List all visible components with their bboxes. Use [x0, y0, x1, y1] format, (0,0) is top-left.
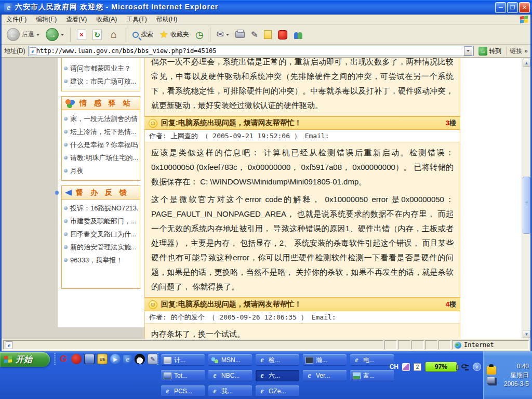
antivirus-icon[interactable]: [71, 354, 82, 364]
sidebar-link[interactable]: 市建委及职能部门，...: [64, 215, 138, 228]
taskbar-button[interactable]: 计...: [161, 354, 205, 366]
links-chevron-icon[interactable]: »: [524, 47, 528, 55]
qq-penguin-icon[interactable]: [135, 354, 145, 364]
sidebar-link[interactable]: 请教:明珠广场住宅的...: [64, 151, 138, 164]
sidebar-link[interactable]: 建议：市民广场可放...: [64, 75, 138, 88]
post-text: 内存条坏了，换一个试试。: [151, 327, 454, 339]
post-body-4: 内存条坏了，换一个试试。: [144, 324, 460, 339]
media-player-icon[interactable]: ▶: [110, 354, 121, 364]
menu-favorites[interactable]: 收藏(A): [91, 14, 122, 25]
mail-dropdown-icon[interactable]: [226, 34, 229, 36]
refresh-button[interactable]: ↻: [90, 29, 104, 41]
sidebar-link[interactable]: 新的治安管理法实施...: [64, 241, 138, 254]
home-button[interactable]: ⌂: [106, 28, 122, 42]
menu-tools[interactable]: 工具(T): [122, 14, 151, 25]
sidebar-link[interactable]: 什么是幸福？你幸福吗？: [64, 138, 138, 151]
taskbar-button[interactable]: ePCS...: [161, 385, 205, 397]
floor-badge: 4楼: [446, 300, 456, 309]
search-button[interactable]: 搜索: [130, 29, 155, 40]
qq-toolbar-button[interactable]: [276, 29, 289, 41]
sidebar-link[interactable]: 月夜: [64, 164, 138, 177]
taskbar-button-active[interactable]: e六...: [256, 370, 299, 381]
print-button[interactable]: [233, 30, 247, 39]
battery-indicator[interactable]: 97%: [425, 362, 457, 372]
menu-edit[interactable]: 编辑(E): [31, 14, 61, 25]
post-body-2: 偶尔一次不必理会，系统出错是正常的，重新启动即可，出现次数多了，两种情况比较常见…: [144, 58, 460, 116]
taskbar-button[interactable]: e电...: [350, 354, 394, 366]
forward-icon: →: [46, 28, 59, 41]
address-input[interactable]: [36, 47, 464, 55]
forward-dropdown-icon[interactable]: [61, 34, 64, 36]
bullet-icon: [64, 66, 68, 70]
maximize-button[interactable]: ❐: [507, 2, 518, 13]
flashget-icon[interactable]: G: [58, 354, 69, 364]
language-indicator[interactable]: CH: [390, 363, 398, 370]
scroll-thumb[interactable]: [523, 177, 530, 234]
page-icon: e: [30, 47, 36, 55]
taskbar-button[interactable]: 蓝...: [350, 370, 394, 381]
taskbar-button[interactable]: eNBC...: [208, 370, 252, 381]
menu-view[interactable]: 查看(V): [61, 14, 91, 25]
tray-doc-icon[interactable]: 2: [414, 363, 421, 371]
history-button[interactable]: ◷: [193, 28, 206, 42]
taskbar-button[interactable]: Tot...: [161, 370, 205, 381]
computer-icon: [164, 357, 171, 364]
qq-tray-icon[interactable]: [487, 366, 496, 375]
status-pane: [384, 340, 397, 350]
sidebar-link[interactable]: 四季春交叉路口为什...: [64, 228, 138, 241]
tray-collapse-chevron[interactable]: ‹: [473, 363, 481, 371]
ie-icon: e: [258, 388, 266, 395]
network-tray-icon[interactable]: [487, 377, 495, 384]
page-left-margin: [2, 58, 58, 339]
taskbar-button[interactable]: e我...: [208, 385, 252, 397]
sidebar-link-label: 市建委及职能部门，...: [70, 215, 137, 228]
internet-explorer-icon[interactable]: e: [123, 355, 132, 364]
total-commander-icon[interactable]: [84, 354, 95, 364]
vertical-scrollbar[interactable]: ▲ ▼: [522, 58, 530, 339]
sidebar-link[interactable]: 投诉：16路皖NO7213...: [64, 202, 138, 215]
sidebar-link[interactable]: 96333，我举报！: [64, 254, 138, 267]
links-label: 链接: [510, 47, 522, 56]
ie-icon: e: [164, 388, 171, 395]
sidebar-link-label: 家，一段无法割舍的情感: [70, 112, 138, 125]
address-dropdown-button[interactable]: [464, 46, 472, 56]
sidebar-link[interactable]: 家，一段无法割舍的情感: [64, 112, 138, 125]
show-desktop-icon[interactable]: ✎: [148, 354, 158, 364]
close-button[interactable]: ✕: [519, 2, 530, 13]
back-button[interactable]: ← 后退: [5, 27, 42, 42]
scroll-down-button[interactable]: ▼: [523, 330, 530, 338]
taskbar-button[interactable]: 瀚...: [303, 354, 347, 366]
address-field-box: e: [28, 46, 474, 56]
taskbar-button[interactable]: e检...: [256, 354, 299, 366]
start-button[interactable]: 开始: [0, 352, 50, 367]
clock[interactable]: 0:40 星期日 2006-3-5: [499, 362, 529, 389]
go-button[interactable]: → 转到: [476, 46, 503, 56]
mail-button[interactable]: ✉: [215, 28, 231, 41]
back-dropdown-icon[interactable]: [36, 34, 39, 36]
scroll-up-button[interactable]: ▲: [523, 59, 530, 67]
links-bar[interactable]: 链接 »: [506, 47, 528, 56]
taskbar-button[interactable]: eGZe...: [256, 385, 299, 397]
favorites-button[interactable]: ★ 收藏夹: [157, 28, 191, 42]
messenger-button[interactable]: [291, 30, 306, 40]
taskbar-button[interactable]: eVer...: [303, 370, 347, 381]
reply-header-3: ☺ 回复:电脑系统出现问题，烦请网友帮帮忙！ 3楼: [144, 116, 460, 130]
menu-file[interactable]: 文件(F): [2, 14, 31, 25]
taskbar-button[interactable]: MSN...: [208, 354, 252, 366]
ie-icon: e: [353, 357, 361, 364]
ultraedit-icon[interactable]: UE: [97, 354, 108, 364]
notes-button[interactable]: [262, 29, 274, 40]
bullet-icon: [64, 245, 68, 249]
sidebar-link[interactable]: 请问市都蒙园业主？: [64, 62, 138, 75]
search-icon: [132, 32, 139, 38]
menu-help[interactable]: 帮助(H): [152, 14, 182, 25]
minimize-button[interactable]: ─: [495, 2, 506, 13]
edit-button[interactable]: ✎: [249, 29, 260, 41]
toolbar-separator: [210, 28, 210, 42]
forward-button[interactable]: →: [44, 27, 66, 42]
ime-icon[interactable]: [402, 363, 410, 371]
system-tray: CH 2 97% ‹: [390, 362, 481, 372]
sidebar-link[interactable]: 坛上冷清，坛下热情...: [64, 125, 138, 138]
stop-button[interactable]: ×: [75, 29, 88, 41]
power-plug-icon[interactable]: [461, 363, 469, 370]
